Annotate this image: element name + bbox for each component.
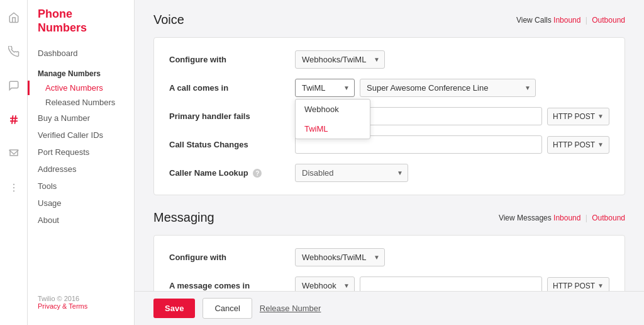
messaging-view-links: View Messages Inbound | Outbound	[499, 214, 625, 222]
voice-configure-row: Configure with Webhooks/TwiML ▼	[169, 50, 609, 69]
messaging-outbound-link[interactable]: Outbound	[592, 214, 625, 222]
voice-caller-name-select[interactable]: Disabled Enabled	[295, 164, 408, 182]
sidebar-section-manage: Manage Numbers	[28, 64, 134, 81]
caller-name-help-icon[interactable]: ?	[253, 169, 262, 178]
main-content: Voice View Calls Inbound | Outbound Conf…	[135, 0, 644, 291]
voice-title: Voice	[153, 13, 184, 27]
footer-bar: Save Cancel Release Number	[135, 291, 644, 325]
sidebar-item-released-numbers[interactable]: Released Numbers	[28, 95, 134, 110]
voice-primary-handler-method[interactable]: HTTP POST ▼	[547, 108, 609, 125]
call-type-dropdown: Webhook TwiML	[295, 99, 370, 139]
svg-point-4	[13, 184, 14, 185]
voice-caller-name-row: Caller Name Lookup ? Disabled Enabled ▼	[169, 164, 609, 182]
sidebar-privacy-link[interactable]: Privacy & Terms	[38, 302, 87, 310]
voice-configure-label: Configure with	[169, 55, 295, 64]
voice-primary-handler-row: Primary handler fails HTTP POST ▼	[169, 107, 609, 125]
messaging-configure-controls: Webhooks/TwiML ▼	[295, 248, 609, 266]
voice-call-comes-in-row: A call comes in TwiML Webhook ▼ Webhook …	[169, 79, 609, 97]
sidebar-footer: Twilio © 2016 Privacy & Terms	[28, 287, 134, 317]
messaging-comes-in-input[interactable]	[360, 277, 542, 291]
phone-icon[interactable]	[3, 40, 25, 63]
svg-line-3	[14, 115, 16, 124]
sidebar-item-buy-number[interactable]: Buy a Number	[28, 110, 134, 127]
hash-icon[interactable]	[3, 108, 25, 131]
voice-configure-select-wrapper: Webhooks/TwiML ▼	[295, 50, 385, 69]
sidebar-item-addresses[interactable]: Addresses	[28, 161, 134, 178]
voice-outbound-link[interactable]: Outbound	[592, 16, 625, 25]
voice-call-status-row: Call Status Changes HTTP POST ▼	[169, 135, 609, 154]
svg-point-6	[13, 190, 14, 191]
sidebar-item-tools[interactable]: Tools	[28, 178, 134, 195]
voice-call-target-select[interactable]: Super Awesome Conference Line	[360, 79, 536, 97]
voice-call-comes-in-label: A call comes in	[169, 83, 295, 93]
voice-caller-name-wrapper: Disabled Enabled ▼	[295, 164, 408, 182]
messaging-configure-row: Configure with Webhooks/TwiML ▼	[169, 248, 609, 266]
messaging-comes-in-type-wrapper: Webhook ▼	[295, 277, 355, 291]
messaging-title: Messaging	[153, 210, 214, 225]
sidebar-item-verified-caller[interactable]: Verified Caller IDs	[28, 127, 134, 144]
svg-point-5	[13, 187, 14, 188]
voice-call-target-wrapper: Super Awesome Conference Line ▼	[360, 79, 536, 97]
voice-configure-select[interactable]: Webhooks/TwiML	[295, 50, 385, 69]
message-icon[interactable]	[3, 142, 25, 165]
voice-call-type-select[interactable]: TwiML Webhook	[295, 79, 355, 97]
messaging-configure-wrapper: Webhooks/TwiML ▼	[295, 248, 385, 266]
voice-view-links: View Calls Inbound | Outbound	[516, 16, 625, 25]
voice-primary-handler-label: Primary handler fails	[169, 111, 295, 121]
sidebar-title: Phone Numbers	[28, 8, 134, 45]
chat-icon[interactable]	[3, 74, 25, 97]
voice-call-type-wrapper: TwiML Webhook ▼ Webhook TwiML	[295, 79, 355, 97]
more-icon[interactable]	[3, 176, 25, 199]
messaging-inbound-link[interactable]: Inbound	[553, 214, 580, 222]
sidebar-item-usage[interactable]: Usage	[28, 195, 134, 212]
voice-form: Configure with Webhooks/TwiML ▼ A call c…	[153, 37, 625, 195]
voice-caller-name-controls: Disabled Enabled ▼	[295, 164, 609, 182]
home-icon[interactable]	[3, 6, 25, 29]
messaging-section-header: Messaging View Messages Inbound | Outbou…	[153, 210, 625, 225]
release-number-button[interactable]: Release Number	[260, 304, 321, 313]
voice-caller-name-label: Caller Name Lookup ?	[169, 168, 295, 178]
icon-bar	[0, 0, 28, 325]
voice-call-comes-in-controls: TwiML Webhook ▼ Webhook TwiML Super Awes…	[295, 79, 609, 97]
sidebar-item-dashboard[interactable]: Dashboard	[28, 45, 134, 62]
sidebar-item-port-requests[interactable]: Port Requests	[28, 144, 134, 161]
messaging-comes-in-controls: Webhook ▼ HTTP POST ▼	[295, 277, 609, 291]
messaging-form: Configure with Webhooks/TwiML ▼ A messag…	[153, 235, 625, 291]
cancel-button[interactable]: Cancel	[203, 298, 252, 319]
svg-line-2	[12, 115, 13, 124]
voice-call-status-method[interactable]: HTTP POST ▼	[547, 136, 609, 154]
sidebar-item-about[interactable]: About	[28, 212, 134, 229]
dropdown-item-webhook[interactable]: Webhook	[296, 100, 370, 119]
dropdown-item-twiml[interactable]: TwiML	[296, 119, 370, 139]
sidebar-item-active-numbers[interactable]: Active Numbers	[28, 81, 134, 95]
messaging-configure-label: Configure with	[169, 253, 295, 262]
messaging-comes-in-type-select[interactable]: Webhook	[295, 277, 355, 291]
messaging-comes-in-method[interactable]: HTTP POST ▼	[547, 277, 609, 292]
voice-inbound-link[interactable]: Inbound	[553, 16, 580, 25]
save-button[interactable]: Save	[153, 299, 195, 318]
sidebar: Phone Numbers Dashboard Manage Numbers A…	[28, 0, 135, 325]
voice-call-status-label: Call Status Changes	[169, 140, 295, 149]
voice-configure-controls: Webhooks/TwiML ▼	[295, 50, 609, 69]
messaging-comes-in-row: A message comes in Webhook ▼ HTTP POST ▼	[169, 277, 609, 291]
messaging-configure-select[interactable]: Webhooks/TwiML	[295, 248, 385, 266]
voice-section-header: Voice View Calls Inbound | Outbound	[153, 13, 625, 27]
messaging-comes-in-label: A message comes in	[169, 281, 295, 290]
